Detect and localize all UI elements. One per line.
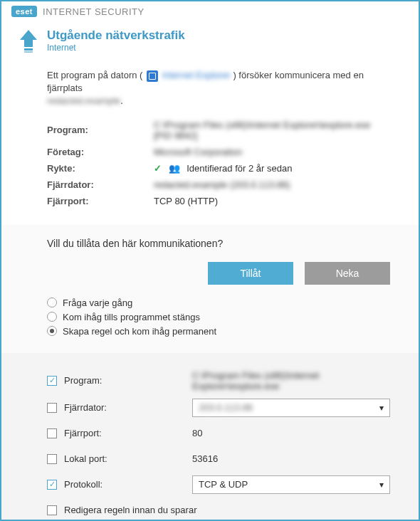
dialog-header: Utgående nätverkstrafik Internet	[1, 21, 419, 69]
label-remoteport: Fjärrport:	[47, 196, 154, 206]
value-company: Microsoft Corporation	[154, 147, 390, 157]
value-reputation: ✓ 👥 Identifierad för 2 år sedan	[154, 163, 390, 174]
product-name: INTERNET SECURITY	[43, 6, 145, 17]
brand-badge: eset	[11, 6, 37, 17]
checkbox-edit-before-save[interactable]	[47, 505, 57, 515]
checkbox-remotehost[interactable]	[47, 403, 57, 413]
rule-value-localport: 53616	[192, 453, 390, 464]
label-program: Program:	[47, 125, 154, 135]
rule-value-remoteport: 80	[192, 428, 390, 438]
label-reputation: Rykte:	[47, 163, 154, 174]
dialog-subtitle: Internet	[47, 43, 185, 53]
checkbox-localport[interactable]	[47, 454, 57, 464]
users-icon: 👥	[169, 163, 180, 174]
select-value: 203.0.113.86	[199, 402, 253, 413]
label-remotehost: Fjärrdator:	[47, 179, 154, 190]
intro-text: Ett program på datorn ( Internet Explore…	[47, 69, 390, 108]
svg-rect-2	[24, 51, 33, 53]
select-value: TCP & UDP	[199, 479, 248, 490]
deny-button[interactable]: Neka	[305, 262, 390, 285]
radio-icon	[47, 326, 57, 336]
radio-create-rule[interactable]: Skapa regel och kom ihåg permanent	[47, 326, 390, 337]
reputation-text: Identifierad för 2 år sedan	[187, 163, 292, 174]
svg-marker-0	[20, 30, 37, 47]
chevron-down-icon: ▾	[379, 403, 384, 413]
check-icon: ✓	[154, 163, 162, 174]
intro-appname: Internet Explorer	[162, 70, 231, 80]
app-icon	[147, 70, 158, 82]
radio-label: Kom ihåg tills programmet stängs	[63, 312, 200, 322]
radio-ask-every-time[interactable]: Fråga varje gång	[47, 298, 390, 308]
outbound-arrow-icon	[19, 28, 38, 56]
dialog-title: Utgående nätverkstrafik	[47, 28, 185, 43]
select-protocol[interactable]: TCP & UDP ▾	[192, 475, 390, 494]
radio-label: Skapa regel och kom ihåg permanent	[63, 326, 216, 337]
rule-value-program: C:\Program Files (x86)\Internet Explorer…	[192, 370, 390, 391]
radio-remember-session[interactable]: Kom ihåg tills programmet stängs	[47, 312, 390, 322]
value-remoteport: TCP 80 (HTTP)	[154, 196, 390, 206]
question-text: Vill du tillåta den här kommunikationen?	[47, 238, 390, 249]
rule-label-protocol: Protokoll:	[64, 479, 192, 490]
allow-button[interactable]: Tillåt	[208, 262, 293, 285]
intro-pre: Ett program på datorn (	[47, 70, 142, 80]
radio-icon	[47, 298, 57, 307]
rule-label-remotehost: Fjärrdator:	[64, 402, 192, 413]
rule-label-edit: Redigera regeln innan du sparar	[64, 505, 196, 515]
decision-panel: Vill du tillåta den här kommunikationen?…	[1, 225, 419, 353]
value-remotehost: redacted.example (203.0.113.86)	[154, 179, 390, 190]
checkbox-remoteport[interactable]	[47, 428, 57, 438]
value-program: C:\Program Files (x86)\Internet Explorer…	[154, 120, 390, 141]
checkbox-program[interactable]	[47, 376, 57, 386]
rule-panel: Program: C:\Program Files (x86)\Internet…	[1, 353, 419, 521]
checkbox-protocol[interactable]	[47, 480, 57, 490]
details-section: Ett program på datorn ( Internet Explore…	[1, 69, 419, 225]
intro-sub: redacted.example	[47, 95, 120, 106]
titlebar: eset INTERNET SECURITY	[1, 1, 419, 21]
rule-label-localport: Lokal port:	[64, 453, 192, 464]
rule-label-remoteport: Fjärrport:	[64, 428, 192, 438]
rule-label-program: Program:	[64, 375, 192, 386]
chevron-down-icon: ▾	[379, 480, 384, 490]
radio-label: Fråga varje gång	[63, 298, 132, 308]
radio-icon	[47, 312, 57, 322]
svg-rect-1	[24, 48, 33, 51]
label-company: Företag:	[47, 147, 154, 157]
select-remotehost[interactable]: 203.0.113.86 ▾	[192, 399, 390, 417]
